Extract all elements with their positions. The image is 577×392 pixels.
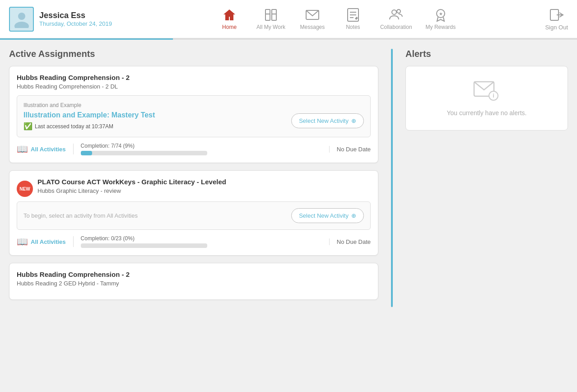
svg-text:i: i bbox=[493, 92, 494, 99]
arrow-circle-icon-1: ⊕ bbox=[351, 117, 356, 124]
assignment-title-1: Hubbs Reading Comprehension - 2 bbox=[17, 74, 371, 81]
vertical-divider bbox=[391, 49, 393, 307]
alerts-col: Alerts i You currently have no alerts. bbox=[405, 49, 568, 307]
completion-area-2: Completion: 0/23 (0%) bbox=[74, 235, 329, 248]
assignment-title-2: PLATO Course ACT WorkKeys - Graphic Lite… bbox=[37, 178, 226, 186]
activity-section-label-1: Illustration and Example bbox=[23, 102, 364, 108]
user-date: Thursday, October 24, 2019 bbox=[39, 20, 112, 27]
arrow-circle-icon-2: ⊕ bbox=[351, 212, 356, 219]
no-alerts-text: You currently have no alerts. bbox=[447, 109, 527, 117]
active-assignments-title: Active Assignments bbox=[9, 49, 378, 59]
progress-bar-fill-1 bbox=[81, 151, 92, 155]
due-date-1: No Due Date bbox=[329, 146, 371, 153]
svg-rect-3 bbox=[272, 9, 276, 20]
header-user: Jessica Ess Thursday, October 24, 2019 bbox=[9, 7, 126, 32]
alerts-title: Alerts bbox=[405, 49, 568, 59]
last-accessed-1: ✅ Last accessed today at 10:37AM bbox=[23, 122, 291, 131]
assignment-card-1: Hubbs Reading Comprehension - 2 Hubbs Re… bbox=[9, 66, 378, 163]
progress-bar-bg-2 bbox=[81, 243, 207, 248]
nav-all-my-work[interactable]: All My Work bbox=[256, 8, 285, 30]
completion-area-1: Completion: 7/74 (9%) bbox=[74, 143, 329, 155]
all-activities-btn-2[interactable]: 📖 All Activities bbox=[17, 236, 74, 247]
select-activity-btn-1[interactable]: Select New Activity ⊕ bbox=[291, 113, 364, 128]
assignment-card-2: NEW PLATO Course ACT WorkKeys - Graphic … bbox=[9, 170, 378, 256]
due-date-2: No Due Date bbox=[329, 238, 371, 245]
svg-rect-2 bbox=[265, 9, 270, 20]
user-name: Jessica Ess bbox=[39, 11, 112, 20]
assignment-title-3: Hubbs Reading Comprehension - 2 bbox=[17, 271, 371, 278]
activity-box-1: Illustration and Example Illustration an… bbox=[17, 95, 371, 137]
activity-name-1: Illustration and Example: Mastery Test bbox=[23, 111, 291, 119]
nav-notes[interactable]: Notes bbox=[340, 8, 367, 30]
completion-text-2: Completion: 0/23 (0%) bbox=[81, 235, 322, 242]
activity-begin-text-2: To begin, select an activity from All Ac… bbox=[23, 212, 291, 219]
user-info: Jessica Ess Thursday, October 24, 2019 bbox=[39, 11, 112, 27]
progress-bar-bg-1 bbox=[81, 151, 207, 155]
svg-point-0 bbox=[18, 13, 25, 20]
book-icon-2: 📖 bbox=[17, 236, 28, 247]
svg-text:★: ★ bbox=[438, 11, 442, 16]
assignment-header-row-2: NEW PLATO Course ACT WorkKeys - Graphic … bbox=[17, 178, 371, 200]
nav-sign-out[interactable]: Sign Out bbox=[545, 8, 568, 31]
all-activities-btn-1[interactable]: 📖 All Activities bbox=[17, 144, 74, 154]
no-alerts-icon: i bbox=[473, 80, 500, 104]
activity-link-1[interactable]: Illustration and Example: Mastery Test bbox=[23, 111, 155, 119]
book-icon-1: 📖 bbox=[17, 144, 28, 154]
activity-left-1: Illustration and Example: Mastery Test ✅… bbox=[23, 111, 291, 131]
assignment-subtitle-3: Hubbs Reading 2 GED Hybrid - Tammy bbox=[17, 280, 371, 287]
nav-messages[interactable]: Messages bbox=[299, 8, 326, 30]
main-layout: Active Assignments Hubbs Reading Compreh… bbox=[0, 40, 577, 316]
activity-left-2: To begin, select an activity from All Ac… bbox=[23, 212, 291, 219]
completion-text-1: Completion: 7/74 (9%) bbox=[81, 143, 322, 149]
activity-box-2: To begin, select an activity from All Ac… bbox=[17, 201, 371, 230]
nav-my-rewards[interactable]: ★ My Rewards bbox=[426, 8, 456, 30]
select-activity-btn-2[interactable]: Select New Activity ⊕ bbox=[291, 208, 364, 223]
header-nav: Home All My Work Messages bbox=[126, 8, 545, 30]
assignment-subtitle-1: Hubbs Reading Comprehension - 2 DL bbox=[17, 83, 371, 90]
assignment-card-3: Hubbs Reading Comprehension - 2 Hubbs Re… bbox=[9, 263, 378, 300]
new-badge-2: NEW bbox=[17, 181, 33, 197]
card-footer-1: 📖 All Activities Completion: 7/74 (9%) N… bbox=[17, 143, 371, 155]
header: Jessica Ess Thursday, October 24, 2019 H… bbox=[0, 0, 577, 38]
nav-collaboration[interactable]: Collaboration bbox=[380, 8, 412, 30]
activity-row-2: To begin, select an activity from All Ac… bbox=[23, 208, 364, 223]
avatar bbox=[9, 7, 34, 32]
alerts-box: i You currently have no alerts. bbox=[405, 66, 568, 131]
card-footer-2: 📖 All Activities Completion: 0/23 (0%) N… bbox=[17, 235, 371, 248]
nav-home[interactable]: Home bbox=[216, 8, 243, 30]
svg-point-12 bbox=[397, 9, 400, 13]
active-assignments-col: Active Assignments Hubbs Reading Compreh… bbox=[9, 49, 378, 307]
assignment-subtitle-2: Hubbs Graphic Literacy - review bbox=[37, 187, 226, 194]
checkmark-icon-1: ✅ bbox=[23, 122, 33, 131]
svg-point-11 bbox=[392, 10, 396, 14]
svg-point-1 bbox=[14, 22, 29, 28]
activity-row-1: Illustration and Example: Mastery Test ✅… bbox=[23, 111, 364, 131]
